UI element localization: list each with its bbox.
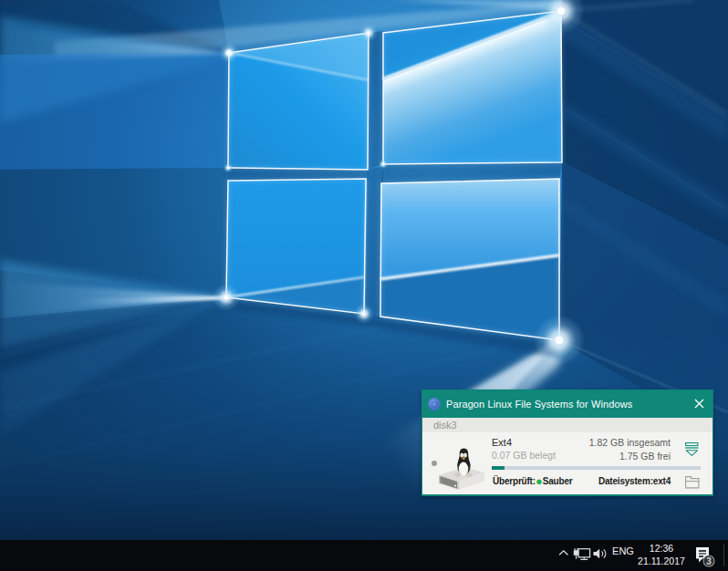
svg-text:3: 3: [706, 556, 712, 566]
